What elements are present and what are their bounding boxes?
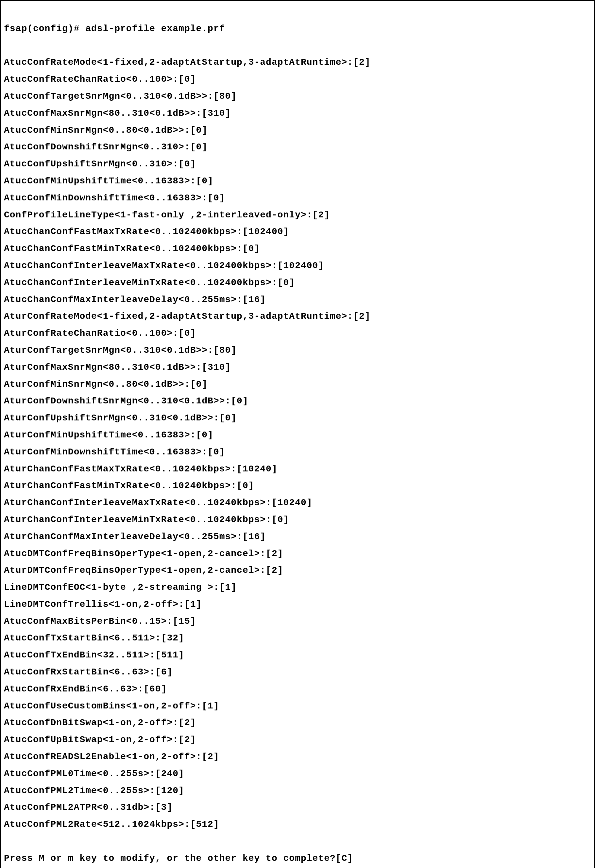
- config-line: AturConfMaxSnrMgn<80..310<0.1dB>>:[310]: [4, 359, 591, 376]
- config-line: AturChanConfInterleaveMaxTxRate<0..10240…: [4, 494, 591, 511]
- config-line: AtucConfUpshiftSnrMgn<0..310>:[0]: [4, 156, 591, 173]
- config-line: AturConfRateChanRatio<0..100>:[0]: [4, 325, 591, 342]
- config-line: AtucConfDnBitSwap<1-on,2-off>:[2]: [4, 714, 591, 731]
- config-line: AtucDMTConfFreqBinsOperType<1-open,2-can…: [4, 545, 591, 562]
- config-line: AtucConfPML2Time<0..255s>:[120]: [4, 782, 591, 799]
- config-line: AturChanConfMaxInterleaveDelay<0..255ms>…: [4, 528, 591, 545]
- config-line: AturDMTConfFreqBinsOperType<1-open,2-can…: [4, 562, 591, 579]
- config-line: LineDMTConfEOC<1-byte ,2-streaming >:[1]: [4, 579, 591, 596]
- config-line: AtucConfTargetSnrMgn<0..310<0.1dB>>:[80]: [4, 88, 591, 105]
- terminal-output[interactable]: fsap(config)# adsl-profile example.prf A…: [0, 0, 595, 868]
- config-line: AtucConfUseCustomBins<1-on,2-off>:[1]: [4, 698, 591, 714]
- config-line: AtucChanConfFastMinTxRate<0..102400kbps>…: [4, 240, 591, 257]
- config-line: ConfProfileLineType<1-fast-only ,2-inter…: [4, 207, 591, 224]
- config-line: AturConfRateMode<1-fixed,2-adaptAtStartu…: [4, 308, 591, 325]
- config-line: AturChanConfFastMinTxRate<0..10240kbps>:…: [4, 477, 591, 494]
- config-line: AtucChanConfMaxInterleaveDelay<0..255ms>…: [4, 291, 591, 308]
- config-lines: AtucConfRateMode<1-fixed,2-adaptAtStartu…: [4, 54, 591, 833]
- config-line: AtucConfRxStartBin<6..63>:[6]: [4, 664, 591, 681]
- config-line: AturConfUpshiftSnrMgn<0..310<0.1dB>>:[0]: [4, 410, 591, 427]
- config-line: AtucConfRxEndBin<6..63>:[60]: [4, 681, 591, 698]
- config-line: AtucConfTxEndBin<32..511>:[511]: [4, 647, 591, 664]
- config-line: AturConfTargetSnrMgn<0..310<0.1dB>>:[80]: [4, 342, 591, 359]
- config-line: AtucConfREADSL2Enable<1-on,2-off>:[2]: [4, 748, 591, 765]
- config-line: AtucConfDownshiftSnrMgn<0..310>:[0]: [4, 139, 591, 156]
- command-prompt-line: fsap(config)# adsl-profile example.prf: [4, 20, 591, 37]
- config-line: AtucChanConfInterleaveMinTxRate<0..10240…: [4, 274, 591, 291]
- config-line: AtucConfPML0Time<0..255s>:[240]: [4, 765, 591, 782]
- config-line: AturChanConfFastMaxTxRate<0..10240kbps>:…: [4, 461, 591, 478]
- config-line: AtucChanConfInterleaveMaxTxRate<0..10240…: [4, 257, 591, 274]
- config-line: AtucConfPML2ATPR<0..31db>:[3]: [4, 799, 591, 816]
- footer-prompt[interactable]: Press M or m key to modify, or the other…: [4, 850, 591, 867]
- config-line: AtucConfMaxSnrMgn<80..310<0.1dB>>:[310]: [4, 105, 591, 122]
- config-line: AtucConfRateChanRatio<0..100>:[0]: [4, 71, 591, 88]
- config-line: AturConfDownshiftSnrMgn<0..310<0.1dB>>:[…: [4, 393, 591, 410]
- config-line: AturConfMinDownshiftTime<0..16383>:[0]: [4, 444, 591, 461]
- config-line: AtucConfRateMode<1-fixed,2-adaptAtStartu…: [4, 54, 591, 71]
- config-line: AtucConfUpBitSwap<1-on,2-off>:[2]: [4, 731, 591, 748]
- config-line: AtucConfTxStartBin<6..511>:[32]: [4, 630, 591, 647]
- config-line: LineDMTConfTrellis<1-on,2-off>:[1]: [4, 596, 591, 613]
- config-line: AtucChanConfFastMaxTxRate<0..102400kbps>…: [4, 223, 591, 240]
- config-line: AtucConfMinDownshiftTime<0..16383>:[0]: [4, 190, 591, 207]
- config-line: AturChanConfInterleaveMinTxRate<0..10240…: [4, 511, 591, 528]
- config-line: AturConfMinSnrMgn<0..80<0.1dB>>:[0]: [4, 376, 591, 393]
- config-line: AtucConfMinSnrMgn<0..80<0.1dB>>:[0]: [4, 122, 591, 139]
- config-line: AtucConfPML2Rate<512..1024kbps>:[512]: [4, 816, 591, 833]
- config-line: AtucConfMaxBitsPerBin<0..15>:[15]: [4, 613, 591, 630]
- config-line: AturConfMinUpshiftTime<0..16383>:[0]: [4, 427, 591, 444]
- config-line: AtucConfMinUpshiftTime<0..16383>:[0]: [4, 173, 591, 190]
